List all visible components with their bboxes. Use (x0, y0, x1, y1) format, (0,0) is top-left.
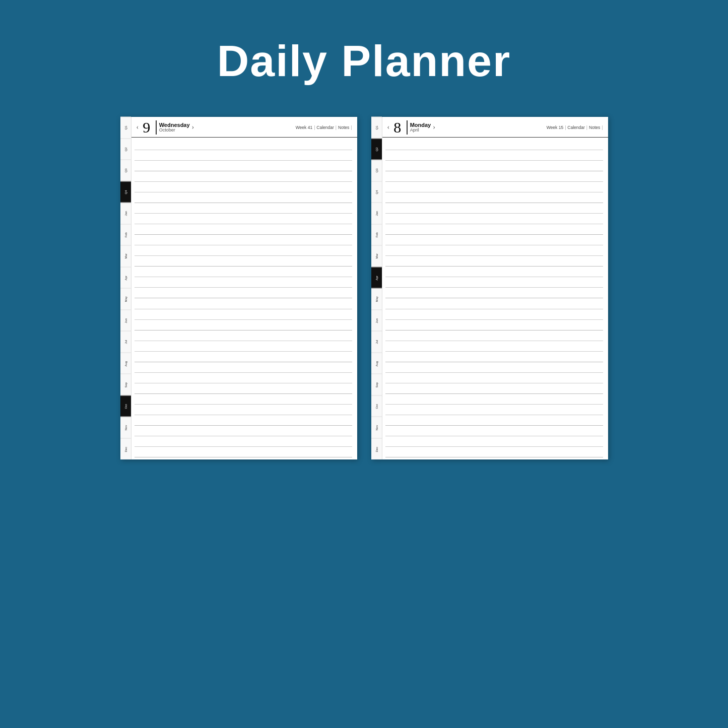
line-row (135, 277, 352, 288)
line-row (135, 235, 352, 245)
left-month-name: October (159, 128, 190, 133)
right-tab-strip: Q1 Q2 Q3 Q4 Jan Feb Mar Apr May Jun Jul … (371, 117, 382, 459)
tab-q2-right[interactable]: Q2 (371, 139, 382, 160)
tab-nov-left[interactable]: Nov (120, 417, 131, 438)
planners-container: Q1 Q2 Q3 Q4 Jan Feb Mar Apr May Jun Jul … (120, 117, 608, 459)
line-row (135, 330, 352, 341)
right-day-number: 8 (393, 120, 401, 135)
tab-jan-right[interactable]: Jan (371, 203, 382, 224)
tab-q4-right[interactable]: Q4 (371, 181, 382, 203)
right-day-name-block: Monday April (410, 122, 431, 133)
tab-sep-right[interactable]: Sep (371, 374, 382, 395)
right-page-header: ‹ 8 Monday April › Week 15 | Calendar | … (382, 117, 608, 138)
right-calendar-link[interactable]: Calendar (567, 125, 585, 130)
right-header-right: Week 15 | Calendar | Notes | (547, 125, 603, 130)
planner-right: Q1 Q2 Q3 Q4 Jan Feb Mar Apr May Jun Jul … (371, 117, 608, 459)
tab-mar-right[interactable]: Mar (371, 245, 382, 267)
left-page-content: ‹ 9 Wednesday October › Week 41 | Calend… (131, 117, 357, 459)
line-row (135, 203, 352, 214)
tab-jun-left[interactable]: Jun (120, 310, 131, 332)
line-row (135, 192, 352, 203)
tab-dec-left[interactable]: Dec (120, 438, 131, 460)
line-row (135, 224, 352, 235)
tab-jun-right[interactable]: Jun (371, 310, 382, 332)
line-row (135, 182, 352, 192)
right-week-label: Week 15 (547, 125, 563, 130)
tab-q2-left[interactable]: Q2 (120, 139, 131, 160)
line-row (135, 288, 352, 298)
tab-jan-left[interactable]: Jan (120, 203, 131, 224)
tab-jul-left[interactable]: Jul (120, 331, 131, 353)
line-row (385, 362, 603, 373)
right-header-divider (407, 120, 408, 135)
line-row (385, 182, 603, 192)
line-row (135, 245, 352, 256)
left-notes-link[interactable]: Notes (338, 125, 349, 130)
left-day-number: 9 (143, 120, 150, 135)
left-day-name-block: Wednesday October (159, 122, 190, 133)
left-header-divider (156, 120, 157, 135)
line-row (135, 415, 352, 426)
tab-jul-right[interactable]: Jul (371, 331, 382, 353)
line-row (385, 214, 603, 224)
line-row (385, 373, 603, 383)
line-row (385, 341, 603, 352)
tab-nov-right[interactable]: Nov (371, 417, 382, 438)
line-row (385, 405, 603, 415)
tab-oct-left[interactable]: Oct (120, 395, 131, 417)
right-nav-next[interactable]: › (433, 123, 435, 131)
line-row (135, 341, 352, 352)
tab-apr-left[interactable]: Apr (120, 267, 131, 289)
tab-mar-left[interactable]: Mar (120, 245, 131, 267)
line-row (135, 150, 352, 161)
tab-q1-left[interactable]: Q1 (120, 117, 131, 139)
line-row (135, 362, 352, 373)
line-row (135, 394, 352, 405)
line-row (135, 267, 352, 277)
tab-dec-right[interactable]: Dec (371, 438, 382, 460)
line-row (385, 224, 603, 235)
line-row (385, 150, 603, 161)
tab-aug-right[interactable]: Aug (371, 353, 382, 374)
tab-feb-right[interactable]: Feb (371, 224, 382, 246)
line-row (385, 415, 603, 426)
page-title: Daily Planner (217, 35, 511, 87)
line-row (135, 214, 352, 224)
tab-sep-left[interactable]: Sep (120, 374, 131, 395)
line-row (385, 203, 603, 214)
line-row (135, 161, 352, 171)
tab-may-right[interactable]: May (371, 288, 382, 310)
line-row (385, 192, 603, 203)
left-page-header: ‹ 9 Wednesday October › Week 41 | Calend… (131, 117, 357, 138)
tab-q3-right[interactable]: Q3 (371, 160, 382, 181)
right-lines-area (382, 138, 608, 459)
tab-apr-right[interactable]: Apr (371, 267, 382, 289)
line-row (385, 383, 603, 394)
line-row (385, 436, 603, 447)
line-row (385, 447, 603, 457)
line-row (385, 426, 603, 436)
line-row (385, 171, 603, 182)
tab-feb-left[interactable]: Feb (120, 224, 131, 246)
line-row (385, 309, 603, 320)
line-row (385, 298, 603, 309)
line-row (135, 256, 352, 267)
line-row (135, 405, 352, 415)
right-month-name: April (410, 128, 431, 133)
line-row (135, 298, 352, 309)
tab-q3-left[interactable]: Q3 (120, 160, 131, 181)
tab-q1-right[interactable]: Q1 (371, 117, 382, 139)
left-nav-next[interactable]: › (192, 123, 194, 131)
left-calendar-link[interactable]: Calendar (316, 125, 334, 130)
line-row (385, 256, 603, 267)
right-nav-prev[interactable]: ‹ (386, 123, 391, 131)
right-notes-link[interactable]: Notes (589, 125, 600, 130)
tab-q4-left[interactable]: Q4 (120, 181, 131, 203)
tab-aug-left[interactable]: Aug (120, 353, 131, 374)
tab-oct-right[interactable]: Oct (371, 395, 382, 417)
line-row (385, 267, 603, 277)
left-header-right: Week 41 | Calendar | Notes | (296, 125, 352, 130)
tab-may-left[interactable]: May (120, 288, 131, 310)
line-row (385, 320, 603, 330)
left-nav-prev[interactable]: ‹ (136, 123, 140, 131)
